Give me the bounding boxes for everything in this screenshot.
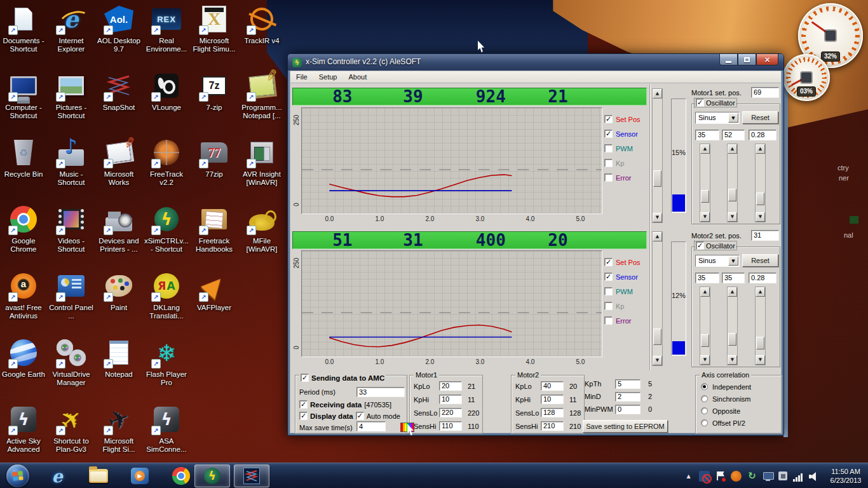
axis-option-offset-pi-2[interactable]: Offset PI/2 bbox=[701, 419, 782, 427]
scroll-thumb[interactable] bbox=[653, 329, 661, 345]
desktop-icon-videos[interactable]: ↗Videos - Shortcut bbox=[48, 203, 95, 254]
oscillator-toggle[interactable]: Oscillator bbox=[695, 241, 736, 250]
checkbox[interactable] bbox=[696, 98, 704, 107]
scroll-down-icon[interactable]: ▼ bbox=[700, 355, 710, 365]
maximize-button[interactable] bbox=[738, 54, 756, 65]
desktop-icon-asa-simconnect[interactable]: ϟ↗ASA SimConne... bbox=[143, 403, 190, 454]
desktop-icon-avr-insight[interactable]: ↗AVR Insight [WinAVR] bbox=[238, 137, 285, 187]
osc-param3-field[interactable]: 0.28 bbox=[749, 130, 776, 140]
desktop-icon-seven-zip[interactable]: 7z↗7-zip bbox=[191, 70, 238, 112]
param-input[interactable]: 210 bbox=[541, 421, 564, 431]
oscillator-toggle[interactable]: Oscillator bbox=[695, 98, 736, 107]
reset-button[interactable]: Reset bbox=[742, 111, 778, 124]
scroll-thumb[interactable] bbox=[701, 190, 709, 203]
scroll-thumb[interactable] bbox=[756, 193, 764, 205]
desktop-icon-ms-flight[interactable]: ✈↗Microsoft Flight Si... bbox=[95, 403, 142, 454]
checkbox[interactable] bbox=[604, 115, 613, 123]
scroll-thumb[interactable] bbox=[701, 334, 709, 347]
menu-setup[interactable]: Setup bbox=[313, 72, 343, 81]
desktop-icon-xsimctrl[interactable]: ϟ↗xSimCTRLv... - Shortcut bbox=[143, 203, 190, 254]
legend-sensor[interactable]: Sensor bbox=[604, 269, 649, 284]
save-eeprom-button[interactable]: Save setting to EEPROM bbox=[583, 420, 668, 433]
osc-param3-field[interactable]: 0.28 bbox=[749, 273, 776, 283]
legend-pwm[interactable]: PWM bbox=[604, 141, 649, 156]
desktop-icon-trackir[interactable]: ↗TrackIR v4 bbox=[238, 3, 285, 45]
taskbar-chrome[interactable] bbox=[163, 464, 199, 487]
motor1-position-scrollbar[interactable]: ▲ ▼ bbox=[652, 88, 663, 223]
taskbar-clock[interactable]: 11:50 AM 6/23/2013 bbox=[825, 467, 866, 485]
minimize-button[interactable] bbox=[719, 54, 738, 65]
axis-option-sinchronism[interactable]: Sinchronism bbox=[701, 395, 782, 403]
desktop-icon-fsx[interactable]: X↗Microsoft Flight Simu... bbox=[191, 3, 238, 53]
scroll-down-icon[interactable]: ▼ bbox=[728, 212, 737, 222]
motor2-position-scrollbar[interactable]: ▲ ▼ bbox=[652, 231, 663, 366]
param-input[interactable]: 5 bbox=[615, 379, 641, 389]
desktop-icon-google-earth[interactable]: ↗Google Earth bbox=[0, 337, 47, 379]
desktop-icon-music[interactable]: ↗Music - Shortcut bbox=[48, 137, 95, 187]
scroll-up-icon[interactable]: ▲ bbox=[700, 144, 710, 154]
desktop-icon-virtualdrive[interactable]: ↗VirtualDrive Manager bbox=[48, 337, 95, 387]
radio-button[interactable] bbox=[701, 407, 708, 414]
checkbox[interactable] bbox=[604, 302, 613, 310]
titlebar[interactable]: ϟ x-Sim Controller v2.2 (c) AleSOFT × bbox=[288, 54, 783, 71]
desktop-icon-pictures[interactable]: ↗Pictures - Shortcut bbox=[48, 70, 95, 120]
taskbar-snapshot[interactable] bbox=[234, 464, 269, 487]
scroll-up-icon[interactable]: ▲ bbox=[700, 287, 710, 297]
axis-option-opposite[interactable]: Opposite bbox=[701, 407, 782, 415]
desktop-icon-ms-works[interactable]: ↗Microsoft Works bbox=[95, 137, 142, 187]
checkbox[interactable] bbox=[696, 241, 704, 250]
osc-param1-scrollbar[interactable]: ▲ ▼ bbox=[700, 287, 710, 365]
osc-param3-scrollbar[interactable]: ▲ ▼ bbox=[755, 144, 766, 222]
display-data-checkbox[interactable] bbox=[299, 412, 308, 420]
osc-param2-scrollbar[interactable]: ▲ ▼ bbox=[727, 287, 738, 365]
param-input[interactable]: 220 bbox=[439, 408, 462, 417]
sync-tray-icon[interactable]: ↻ bbox=[747, 471, 757, 482]
scroll-thumb[interactable] bbox=[653, 170, 661, 187]
legend-error[interactable]: Error bbox=[604, 313, 649, 328]
checkbox[interactable] bbox=[604, 173, 613, 182]
scroll-down-icon[interactable]: ▼ bbox=[756, 355, 765, 365]
signal-bars-icon[interactable] bbox=[792, 471, 803, 482]
desktop-icon-zip77[interactable]: 77↗77zip bbox=[191, 137, 238, 179]
desktop-icon-programmers-notepad[interactable]: ↗Programm... Notepad [... bbox=[238, 70, 285, 120]
taskbar-windows-explorer[interactable] bbox=[81, 464, 116, 487]
desktop-icon-documents[interactable]: ↗Documents - Shortcut bbox=[0, 3, 47, 53]
desktop-icon-plan-gv3[interactable]: ✈↗Shortcut to Plan-Gv3 bbox=[48, 403, 95, 454]
param-input[interactable]: 20 bbox=[439, 381, 462, 391]
osc-param2-field[interactable]: 35 bbox=[722, 273, 745, 283]
param-input[interactable]: 2 bbox=[615, 392, 641, 402]
desktop-icon-control-panel[interactable]: ↗Control Panel ... bbox=[48, 270, 95, 320]
desktop-icon-avast[interactable]: ↗avast! Free Antivirus bbox=[0, 270, 47, 320]
desktop-icon-vlounge[interactable]: ↗VLounge bbox=[143, 70, 190, 112]
avast-tray-icon[interactable] bbox=[731, 471, 742, 482]
desktop-icon-chrome[interactable]: ↗Google Chrome bbox=[0, 203, 47, 254]
scroll-up-icon[interactable]: ▲ bbox=[653, 232, 662, 241]
auto-mode-checkbox[interactable] bbox=[356, 412, 364, 420]
scroll-up-icon[interactable]: ▲ bbox=[756, 144, 765, 154]
desktop-icon-mfile[interactable]: ↗MFile [WinAVR] bbox=[238, 203, 285, 254]
param-input[interactable]: 40 bbox=[541, 381, 564, 391]
desktop-icon-notepad[interactable]: ↗Notepad bbox=[95, 337, 142, 379]
desktop-icon-dklang[interactable]: ЯA↗DKLang Translati... bbox=[143, 270, 190, 320]
scroll-down-icon[interactable]: ▼ bbox=[728, 355, 737, 365]
checkbox[interactable] bbox=[604, 130, 613, 138]
param-input[interactable]: 10 bbox=[439, 395, 462, 404]
volume-icon[interactable] bbox=[808, 471, 819, 482]
osc-param2-field[interactable]: 52 bbox=[722, 130, 745, 140]
legend-kp[interactable]: Kp bbox=[604, 299, 649, 313]
legend-set-pos[interactable]: Set Pos bbox=[604, 112, 649, 126]
period-field[interactable]: 33 bbox=[356, 387, 405, 397]
action-center-flag-icon[interactable] bbox=[715, 471, 726, 482]
desktop-icon-active-sky[interactable]: ϟ↗Active Sky Advanced bbox=[0, 403, 47, 454]
chevron-down-icon[interactable]: ▼ bbox=[728, 113, 738, 123]
receiving-data-checkbox[interactable] bbox=[299, 400, 308, 409]
scroll-up-icon[interactable]: ▲ bbox=[728, 144, 737, 154]
scroll-up-icon[interactable]: ▲ bbox=[728, 287, 737, 297]
desktop-icon-freetrack-handbooks[interactable]: ↗Freetrack Handbooks bbox=[191, 203, 238, 254]
param-input[interactable]: 128 bbox=[541, 408, 564, 417]
checkbox[interactable] bbox=[604, 159, 613, 167]
scroll-thumb[interactable] bbox=[728, 333, 736, 346]
desktop-icon-devices-printers[interactable]: ↗Devices and Printers - ... bbox=[95, 203, 142, 254]
desktop-icon-snapshot[interactable]: ↗SnapShot bbox=[95, 70, 142, 112]
max-save-field[interactable]: 4 bbox=[356, 421, 386, 431]
